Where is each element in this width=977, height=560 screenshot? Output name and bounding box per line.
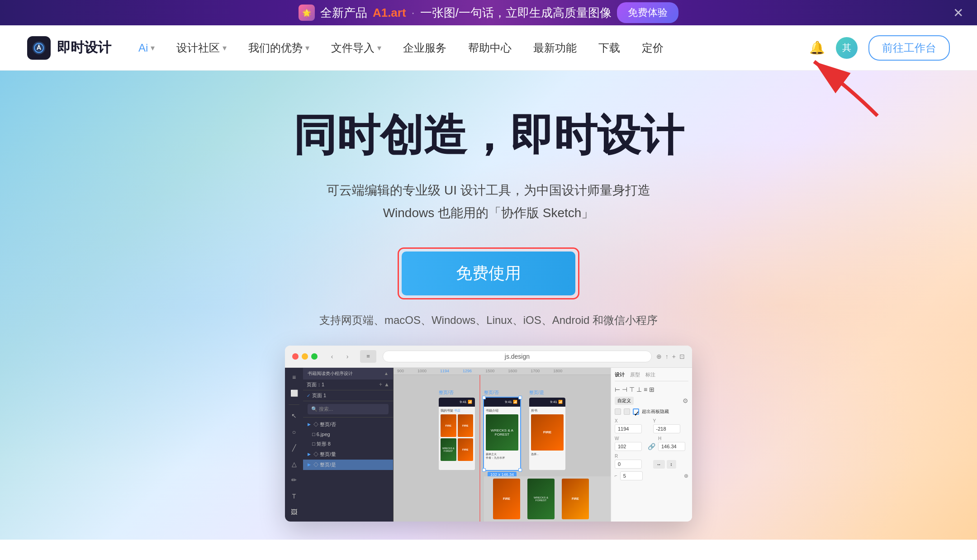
resize-handle-tl[interactable] xyxy=(482,396,486,399)
bookmark-icon[interactable]: ⊕ xyxy=(656,353,662,360)
tab-annotate[interactable]: 标注 xyxy=(645,371,655,378)
size-inputs: W 102 🔗 H 146.34 xyxy=(615,436,688,451)
align-right-icon[interactable]: ⊤ xyxy=(629,386,635,393)
menu-tool-icon[interactable]: ≡ xyxy=(288,371,300,383)
rotation-input[interactable]: 0 xyxy=(615,460,642,469)
resize-handle-br[interactable] xyxy=(518,468,522,472)
nav-item-help[interactable]: 帮助中心 xyxy=(468,41,512,55)
bottom-preview-row: FIRE WRECKS & FOREST FIRE xyxy=(484,476,611,522)
nav-items: Ai ▾ 设计社区 ▾ 我们的优势 ▾ 文件导入 ▾ 企业服务 帮助中心 最新功… xyxy=(138,41,809,55)
sidebar-toggle-icon[interactable]: ⊡ xyxy=(679,353,685,360)
nav-item-enterprise[interactable]: 企业服务 xyxy=(403,41,446,55)
h-label: H xyxy=(658,436,688,441)
add-page-icon[interactable]: + xyxy=(379,381,382,388)
ruler-mark-1800: 1800 xyxy=(553,369,562,373)
hero-section: 同时创造，即时设计 可云端编辑的专业级 UI 设计工具，为中国设计师量身打造 W… xyxy=(0,71,977,540)
browser-forward-button[interactable]: › xyxy=(341,351,354,361)
image-tool-icon[interactable]: 🖼 xyxy=(288,506,300,517)
triangle-tool-icon[interactable]: △ xyxy=(288,458,300,470)
banner-product-name: A1.art xyxy=(373,6,406,20)
text-tool-icon[interactable]: T xyxy=(288,490,300,502)
resize-handle-bl[interactable] xyxy=(482,468,486,472)
hero-subtitle-line1: 可云端编辑的专业级 UI 设计工具，为中国设计师量身打造 xyxy=(327,183,650,197)
tab-design[interactable]: 设计 xyxy=(615,371,625,378)
properties-panel: 设计 原型 标注 ⊢ ⊣ ⊤ ⊥ ≡ ⊞ 自定义 xyxy=(611,368,692,522)
nav-item-pricing[interactable]: 定价 xyxy=(642,41,664,55)
chevron-down-icon: ▾ xyxy=(151,43,155,53)
traffic-light-yellow[interactable] xyxy=(302,353,308,360)
bottom-frame-2: WRECKS & FOREST xyxy=(527,479,555,519)
collapse-icon[interactable]: ▲ xyxy=(384,371,389,376)
logo-area[interactable]: 即时设计 xyxy=(27,36,111,60)
canvas-frame-2-selected[interactable]: 整页/否 9:41 📶 书籍介绍 WRECKS & A FOREST 森林之火作… xyxy=(484,398,520,470)
frame-label-2: 整页/否 xyxy=(484,389,499,396)
settings-icon[interactable]: ⚙ xyxy=(683,397,688,404)
share-icon[interactable]: ↑ xyxy=(665,353,669,360)
chevron-down-icon: ▾ xyxy=(305,43,309,53)
tab-prototype[interactable]: 原型 xyxy=(630,371,640,378)
pencil-tool-icon[interactable]: ✏ xyxy=(288,474,300,485)
layer-item-page-amount[interactable]: ▶ ◇ 整页/量 xyxy=(303,449,393,460)
page-label: 页面：1 xyxy=(307,381,324,388)
frame-label-row: 自定义 xyxy=(615,397,634,405)
pen-tool-icon[interactable]: ╱ xyxy=(288,442,300,454)
check-icon: ✓ xyxy=(307,393,310,398)
nav-label-help: 帮助中心 xyxy=(468,41,512,55)
move-tool-icon[interactable]: ↖ xyxy=(288,410,300,422)
browser-back-button[interactable]: ‹ xyxy=(326,351,338,361)
flip-v-button[interactable]: ↕ xyxy=(667,460,676,469)
new-tab-icon[interactable]: + xyxy=(672,353,676,360)
flip-h-button[interactable]: ↔ xyxy=(653,460,665,469)
align-bottom-icon[interactable]: ⊞ xyxy=(649,386,654,393)
traffic-light-red[interactable] xyxy=(292,353,299,360)
banner-close-button[interactable]: ✕ xyxy=(953,5,963,20)
ruler-mark-1000: 1000 xyxy=(417,369,427,373)
h-input[interactable]: 146.34 xyxy=(658,442,685,451)
layers-search-input[interactable]: 🔍 搜索... xyxy=(308,404,389,414)
layer-label: ◇ 整页/量 xyxy=(313,451,336,458)
corner-radius-input[interactable]: 5 xyxy=(620,471,643,480)
w-input[interactable]: 102 xyxy=(615,442,642,451)
circle-tool-icon[interactable]: ○ xyxy=(288,426,300,437)
nav-label-import: 文件导入 xyxy=(331,41,375,55)
clip-label: 超出画板隐藏 xyxy=(642,408,669,415)
nav-item-features[interactable]: 最新功能 xyxy=(533,41,577,55)
traffic-light-green[interactable] xyxy=(311,353,318,360)
layer-item-page-yes[interactable]: ▶ ◇ 整页/是 xyxy=(303,460,393,470)
ruler-mark-1700: 1700 xyxy=(531,369,540,373)
component-view-icon[interactable] xyxy=(624,408,630,415)
address-bar[interactable]: js.design xyxy=(383,351,652,362)
canvas-frame-3[interactable]: 整页/是 9:41 📶 所书 FIRE 选择... xyxy=(529,398,565,470)
clip-checkbox[interactable]: ✓ xyxy=(633,408,639,415)
browser-chrome: ‹ › ≡ js.design ⊕ ↑ + ⊡ xyxy=(285,346,692,368)
bottom-frame-3: FIRE xyxy=(562,479,589,519)
nav-item-community[interactable]: 设计社区 ▾ xyxy=(176,41,227,55)
ruler-mark-1600: 1600 xyxy=(508,369,517,373)
lock-ratio-icon[interactable]: 🔗 xyxy=(648,442,655,451)
canvas-frame-1[interactable]: 整页/否 9:41 📶 我的书架 书店 FIRE FIRE xyxy=(439,398,475,470)
y-label: Y xyxy=(653,418,689,423)
corner-icon: ⌐ xyxy=(615,473,617,478)
nav-item-advantages[interactable]: 我们的优势 ▾ xyxy=(248,41,309,55)
nav-item-import[interactable]: 文件导入 ▾ xyxy=(331,41,381,55)
layer-item-page-none1[interactable]: ▶ ◇ 整页/否 xyxy=(303,419,393,430)
align-left-icon[interactable]: ⊢ xyxy=(615,386,620,393)
layer-item-rect[interactable]: □ 矩形 8 xyxy=(303,439,393,449)
align-top-icon[interactable]: ⊥ xyxy=(636,386,642,393)
resize-handle-tr[interactable] xyxy=(518,396,522,399)
more-pages-icon[interactable]: ▲ xyxy=(384,381,389,388)
layer-item-jpeg[interactable]: □ 6.jpeg xyxy=(303,430,393,439)
nav-item-download[interactable]: 下载 xyxy=(598,41,620,55)
y-input[interactable]: -218 xyxy=(653,424,680,433)
app-interface: ≡ ⬜ ↖ ○ ╱ △ ✏ T 🖼 书籍阅读类小程序设计 ▲ 页面：1 xyxy=(285,368,692,522)
expand-corners-icon[interactable]: ⊕ xyxy=(684,473,688,479)
frame-tool-icon[interactable]: ⬜ xyxy=(288,387,300,399)
banner-cta-button[interactable]: 免费体验 xyxy=(617,2,678,23)
free-use-button[interactable]: 免费使用 xyxy=(402,252,575,295)
x-label: X xyxy=(615,418,650,423)
nav-item-ai[interactable]: Ai ▾ xyxy=(138,42,155,54)
align-middle-v-icon[interactable]: ≡ xyxy=(644,386,647,393)
align-center-h-icon[interactable]: ⊣ xyxy=(622,386,627,393)
x-input[interactable]: 1194 xyxy=(615,424,642,433)
layer-view-icon[interactable] xyxy=(615,408,621,415)
